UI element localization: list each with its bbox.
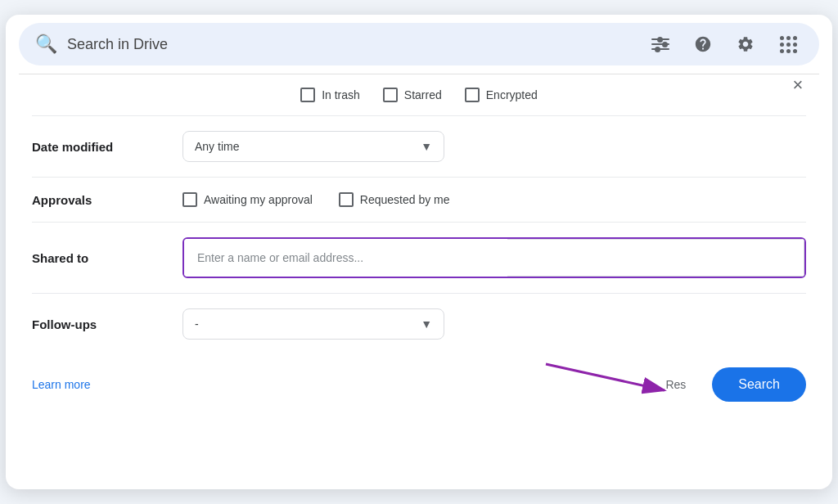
approvals-label: Approvals — [32, 193, 163, 207]
encrypted-checkbox-box — [465, 88, 480, 102]
search-bar-actions — [646, 29, 803, 59]
awaiting-checkbox-box — [182, 192, 197, 207]
checkboxes-row: In trash Starred Encrypted — [6, 74, 832, 115]
grid-icon — [780, 36, 796, 52]
requested-by-me-label: Requested by me — [360, 193, 450, 206]
close-button[interactable]: × — [783, 70, 813, 100]
shared-to-input[interactable] — [184, 239, 507, 277]
help-icon — [694, 35, 712, 53]
shared-to-tags — [507, 239, 805, 277]
date-modified-label: Date modified — [32, 140, 163, 154]
in-trash-checkbox[interactable]: In trash — [300, 88, 360, 102]
learn-more-link[interactable]: Learn more — [32, 378, 91, 391]
reset-button[interactable]: Res — [652, 370, 699, 399]
search-dialog: 🔍 Search in Drive — [6, 15, 832, 489]
sliders-icon — [651, 37, 669, 52]
date-modified-value: Any time — [195, 140, 239, 153]
shared-to-control — [182, 237, 806, 278]
settings-button[interactable] — [731, 29, 760, 59]
search-icon: 🔍 — [35, 34, 57, 55]
follow-ups-label: Follow-ups — [32, 317, 163, 331]
starred-checkbox-box — [383, 88, 398, 102]
awaiting-approval-label: Awaiting my approval — [204, 193, 313, 206]
shared-to-input-wrapper — [182, 237, 806, 278]
footer-right: Res Search — [652, 367, 806, 402]
search-bar-text: Search in Drive — [67, 36, 636, 53]
shared-to-row: Shared to — [32, 222, 806, 293]
form-section: Date modified Any time ▼ Approvals Await… — [6, 115, 832, 354]
date-modified-arrow: ▼ — [421, 140, 432, 153]
follow-ups-arrow: ▼ — [421, 317, 432, 331]
approvals-options: Awaiting my approval Requested by me — [182, 192, 806, 207]
filters-button[interactable] — [646, 29, 675, 59]
search-bar[interactable]: 🔍 Search in Drive — [19, 23, 819, 65]
encrypted-label: Encrypted — [486, 88, 538, 101]
starred-label: Starred — [404, 88, 442, 101]
footer: Learn more Res Search — [6, 354, 832, 418]
search-button[interactable]: Search — [712, 367, 806, 402]
follow-ups-dropdown[interactable]: - ▼ — [182, 308, 444, 340]
awaiting-approval-checkbox[interactable]: Awaiting my approval — [182, 192, 313, 207]
in-trash-checkbox-box — [300, 88, 315, 102]
follow-ups-row: Follow-ups - ▼ — [32, 293, 806, 354]
date-modified-control: Any time ▼ — [182, 131, 806, 162]
approvals-row: Approvals Awaiting my approval Requested… — [32, 177, 806, 222]
in-trash-label: In trash — [322, 88, 360, 101]
help-button[interactable] — [688, 29, 718, 59]
requested-by-me-checkbox[interactable]: Requested by me — [339, 192, 450, 207]
starred-checkbox[interactable]: Starred — [383, 88, 442, 102]
follow-ups-control: - ▼ — [182, 308, 806, 340]
apps-button[interactable] — [773, 29, 803, 59]
encrypted-checkbox[interactable]: Encrypted — [465, 88, 538, 102]
requested-checkbox-box — [339, 192, 354, 207]
shared-to-label: Shared to — [32, 251, 163, 265]
date-modified-dropdown[interactable]: Any time ▼ — [182, 131, 444, 162]
date-modified-row: Date modified Any time ▼ — [32, 115, 806, 177]
settings-icon — [737, 35, 755, 53]
follow-ups-value: - — [195, 317, 199, 331]
approvals-control: Awaiting my approval Requested by me — [182, 192, 806, 207]
